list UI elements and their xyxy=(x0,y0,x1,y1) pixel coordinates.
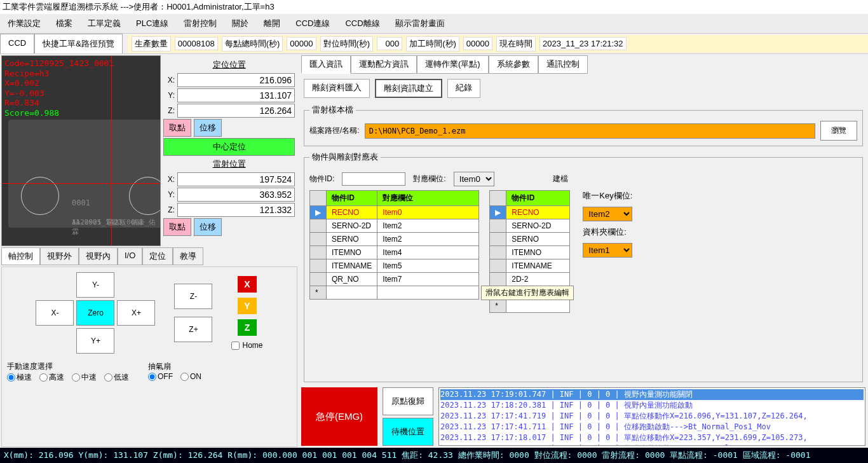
menu-item[interactable]: PLC連線 xyxy=(128,15,176,32)
key-select[interactable]: Item2 xyxy=(583,207,632,221)
menu-item[interactable]: CCD連線 xyxy=(288,15,337,32)
jog-z-minus[interactable]: Z- xyxy=(174,284,212,309)
tab-axis[interactable]: 軸控制 xyxy=(1,247,40,265)
loc-y-input[interactable] xyxy=(177,88,295,102)
tab-quick[interactable]: 快捷工單&路徑預覽 xyxy=(34,34,123,53)
file-path-input[interactable]: D:\HON\PCB_Demo_1.ezm xyxy=(365,123,815,139)
tab-in[interactable]: 視野內 xyxy=(79,247,118,265)
folder-select[interactable]: Item1 xyxy=(583,243,632,258)
tab-sys[interactable]: 系統參數 xyxy=(489,55,538,74)
menu-item[interactable]: 雷射控制 xyxy=(176,15,224,32)
tab-teach[interactable]: 教導 xyxy=(173,247,203,265)
fan-off[interactable] xyxy=(148,373,156,381)
table-row[interactable]: * xyxy=(310,286,479,300)
log-box[interactable]: 2023.11.23 17:19:01.747 | INF | 0 | 0 | … xyxy=(438,387,865,446)
table-row[interactable]: ▶RECNO xyxy=(490,206,570,219)
tab-out[interactable]: 視野外 xyxy=(40,247,79,265)
table-map[interactable]: 物件ID對應欄位 ▶RECNOItem0 SERNO-2DItem2 SERNO… xyxy=(309,190,479,300)
title-bar: 工業零件雲端履歷追溯標示系統 --->使用者：H0001,Administrat… xyxy=(0,0,868,14)
stats-bar: 生產數量 00008108 每點總時間(秒) 00000 對位時間(秒) 000… xyxy=(128,35,868,53)
laser-take-button[interactable]: 取點 xyxy=(163,218,191,236)
table-row[interactable]: SERNOItem2 xyxy=(310,233,479,246)
loc-z-input[interactable] xyxy=(177,104,295,118)
laser-y-input[interactable] xyxy=(177,188,295,202)
jog-y-minus[interactable]: Y- xyxy=(76,272,114,298)
speed-extreme[interactable] xyxy=(7,373,15,382)
x-indicator: X xyxy=(238,276,257,293)
camera-view[interactable]: Code=1120925_1423_0001 Recipe=h3 X=0.002… xyxy=(1,55,161,246)
speed-mid[interactable] xyxy=(72,373,80,382)
menu-item[interactable]: CCD離線 xyxy=(337,15,387,32)
jog-x-plus[interactable]: X+ xyxy=(117,300,155,326)
time3-label: 加工時間(秒) xyxy=(406,36,459,52)
table-row[interactable]: 2D-2 xyxy=(490,273,570,286)
speed-high[interactable] xyxy=(39,373,48,382)
menu-item[interactable]: 顯示雷射畫面 xyxy=(388,15,452,32)
emg-button[interactable]: 急停(EMG) xyxy=(301,387,377,446)
table-row[interactable]: ▶RECNOItem0 xyxy=(310,206,479,219)
menu-item[interactable]: 作業設定 xyxy=(0,15,48,32)
label-x2: X: xyxy=(163,175,175,184)
log-line: 2023.11.23 17:17:18.017 | INF | 0 | 0 | … xyxy=(440,432,864,443)
standby-button[interactable]: 待機位置 xyxy=(383,418,433,446)
tab-recipe[interactable]: 運動配方資訊 xyxy=(351,55,417,74)
menu-item[interactable]: 檔案 xyxy=(48,15,80,32)
table-row[interactable]: SERNO-2DItem2 xyxy=(310,219,479,233)
fan-on[interactable] xyxy=(180,373,189,381)
col-select[interactable]: Item0 xyxy=(454,172,494,186)
log-line: 2023.11.23 17:19:01.747 | INF | 0 | 0 | … xyxy=(440,389,864,400)
tab-import[interactable]: 匯入資訊 xyxy=(301,55,351,74)
tab-ccd[interactable]: CCD xyxy=(0,34,34,53)
laser-file-legend: 雷射樣本檔 xyxy=(309,104,356,116)
home-checkbox[interactable] xyxy=(231,342,240,350)
build-label: 建檔 xyxy=(553,174,568,184)
table-row[interactable]: SERNO xyxy=(490,233,570,246)
obj-label: 物件ID: xyxy=(309,174,334,184)
menu-item[interactable]: 離開 xyxy=(256,15,288,32)
table-row[interactable]: ITEMNOItem4 xyxy=(310,246,479,259)
tab-loc[interactable]: 定位 xyxy=(142,247,173,265)
menu-item[interactable]: 關於 xyxy=(224,15,256,32)
tab-run[interactable]: 運轉作業(單點) xyxy=(417,55,489,74)
table-row[interactable]: ITEMNAMEItem5 xyxy=(310,259,479,273)
tab-comm[interactable]: 通訊控制 xyxy=(538,55,588,74)
table-row[interactable]: ITEMNO xyxy=(490,246,570,259)
img-id: 0001 xyxy=(72,198,90,207)
table-row[interactable]: ITEMNAME xyxy=(490,259,570,273)
subtab-build[interactable]: 雕刻資訊建立 xyxy=(375,79,442,98)
img-model: AA-2001 電路板_佑豪_佑霖 xyxy=(72,218,160,237)
jog-x-minus[interactable]: X- xyxy=(36,300,74,326)
table-row[interactable]: SERNO-2D xyxy=(490,219,570,233)
prod-label: 生產數量 xyxy=(132,36,171,52)
browse-button[interactable]: 瀏覽 xyxy=(820,121,857,141)
time3-val: 00000 xyxy=(463,37,492,50)
menu-bar: 作業設定 檔案 工單定義 PLC連線 雷射控制 關於 離開 CCD連線 CCD離… xyxy=(0,14,868,34)
speed-low[interactable] xyxy=(104,373,112,382)
tab-io[interactable]: I/O xyxy=(118,247,142,265)
table-row[interactable]: QR_NOItem7 xyxy=(310,273,479,286)
log-line: 2023.11.23 17:17:18.007 | INF | 0 | 0 | … xyxy=(440,443,864,446)
prod-val: 00008108 xyxy=(175,37,218,50)
loc-shift-button[interactable]: 位移 xyxy=(194,119,222,137)
jog-z-plus[interactable]: Z+ xyxy=(174,317,212,342)
now-val: 2023_11_23 17:21:32 xyxy=(539,37,627,50)
z-indicator: Z xyxy=(238,319,257,336)
laser-x-input[interactable] xyxy=(177,172,295,186)
jog-zero[interactable]: Zero xyxy=(76,300,114,326)
laser-shift-button[interactable]: 位移 xyxy=(194,218,222,236)
jog-y-plus[interactable]: Y+ xyxy=(76,328,114,354)
menu-item[interactable]: 工單定義 xyxy=(80,15,128,32)
subtab-log[interactable]: 紀錄 xyxy=(447,79,480,98)
log-line: 2023.11.23 17:17:41.719 | INF | 0 | 0 | … xyxy=(440,411,864,422)
origin-button[interactable]: 原點復歸 xyxy=(383,387,433,415)
subtab-import[interactable]: 雕刻資料匯入 xyxy=(304,79,370,98)
loc-take-button[interactable]: 取點 xyxy=(163,119,191,137)
laser-z-input[interactable] xyxy=(177,203,295,217)
loc-x-input[interactable] xyxy=(177,73,295,87)
y-indicator: Y xyxy=(238,298,257,314)
time2-val: 000 xyxy=(377,37,402,50)
center-loc-button[interactable]: 中心定位 xyxy=(163,138,295,156)
table-row[interactable]: * xyxy=(490,300,570,313)
label-y: Y: xyxy=(163,91,175,100)
obj-input[interactable] xyxy=(342,172,405,186)
